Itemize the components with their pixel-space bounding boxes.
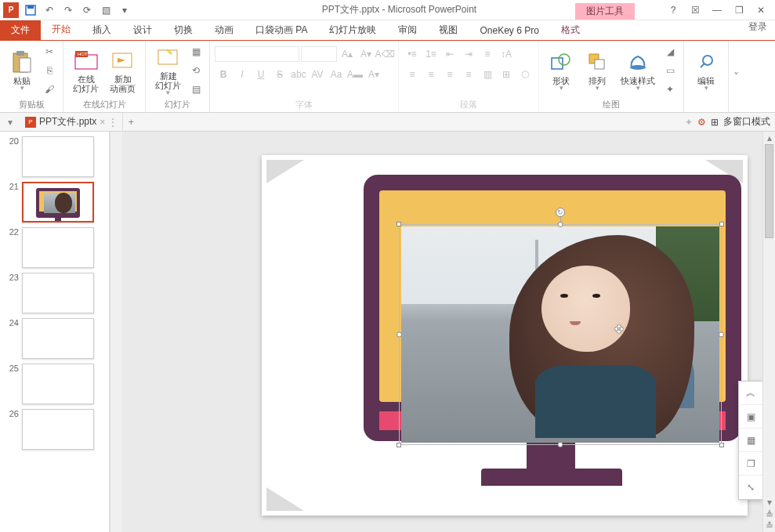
shape-fill-icon[interactable]: ◢ bbox=[661, 43, 679, 60]
thumb-scrollbar[interactable] bbox=[110, 132, 122, 532]
slide-thumb[interactable]: 24 bbox=[3, 318, 107, 359]
resize-handle[interactable] bbox=[397, 332, 402, 338]
shape-outline-icon[interactable]: ▭ bbox=[661, 62, 679, 79]
font-family-input[interactable] bbox=[215, 46, 299, 62]
minimize-icon[interactable]: ― bbox=[709, 2, 725, 18]
resize-handle[interactable] bbox=[397, 222, 401, 226]
pin-icon[interactable]: ✦ bbox=[685, 117, 693, 128]
align-center-icon[interactable]: ≡ bbox=[422, 66, 440, 83]
doc-tab[interactable]: P PPT文件.pptx × ⋮ bbox=[20, 113, 123, 131]
online-slides-button[interactable]: HOT 在线 幻灯片 bbox=[68, 46, 103, 95]
doc-list-icon[interactable]: ▾ bbox=[3, 115, 17, 129]
font-color-icon[interactable]: A▾ bbox=[365, 66, 382, 83]
layers-icon[interactable]: ❐ bbox=[739, 452, 762, 476]
reset-icon[interactable]: ⟲ bbox=[187, 62, 205, 79]
resize-handle[interactable] bbox=[558, 222, 563, 227]
font-size-input[interactable] bbox=[301, 46, 337, 62]
shrink-font-icon[interactable]: A▾ bbox=[357, 45, 375, 63]
justify-icon[interactable]: ≡ bbox=[460, 66, 477, 83]
line-spacing-icon[interactable]: ≡ bbox=[479, 45, 496, 63]
shadow-icon[interactable]: abc bbox=[290, 66, 307, 83]
cut-icon[interactable]: ✂ bbox=[41, 43, 58, 60]
close-tab-icon[interactable]: × bbox=[100, 117, 105, 128]
resize-handle[interactable] bbox=[558, 442, 563, 447]
resize-handle[interactable] bbox=[719, 222, 724, 226]
edit-button[interactable]: 编辑 ▾ bbox=[689, 48, 723, 93]
size-icon[interactable]: ⤡ bbox=[739, 476, 762, 499]
arrange-button[interactable]: 排列 ▾ bbox=[580, 48, 614, 93]
crop-icon[interactable]: ▣ bbox=[739, 405, 762, 429]
smartart-icon[interactable]: ⬡ bbox=[516, 66, 534, 83]
font-highlight-icon[interactable]: A▬ bbox=[346, 66, 364, 83]
section-icon[interactable]: ▤ bbox=[187, 81, 205, 98]
tab-format[interactable]: 格式 bbox=[550, 20, 591, 40]
text-dir-icon[interactable]: ↕A bbox=[498, 45, 515, 63]
canvas-scrollbar[interactable]: ▴ ▾ ≜ ≛ bbox=[762, 132, 775, 532]
format-painter-icon[interactable]: 🖌 bbox=[41, 81, 58, 98]
tab-transitions[interactable]: 切换 bbox=[163, 20, 204, 40]
grow-font-icon[interactable]: A▴ bbox=[339, 45, 356, 63]
multi-window-label[interactable]: 多窗口模式 bbox=[723, 115, 770, 128]
slide-canvas[interactable]: ↻ ✥ bbox=[262, 155, 748, 516]
expand-panel-icon[interactable]: ︽ bbox=[739, 382, 762, 405]
tab-pocket[interactable]: 口袋动画 PA bbox=[244, 20, 318, 40]
multi-window-icon[interactable]: ⊞ bbox=[711, 117, 719, 128]
collapse-ribbon-icon[interactable]: ˅ bbox=[729, 71, 744, 83]
start-show-icon[interactable]: ▧ bbox=[97, 2, 114, 19]
spacing-icon[interactable]: AV bbox=[309, 66, 326, 83]
layout-icon[interactable]: ▦ bbox=[187, 43, 205, 60]
redo-icon[interactable]: ↷ bbox=[60, 2, 77, 19]
tab-animations[interactable]: 动画 bbox=[204, 20, 244, 40]
slide-thumb[interactable]: 25 bbox=[3, 364, 107, 404]
save-icon[interactable] bbox=[22, 2, 39, 19]
paste-button[interactable]: 粘贴 ▾ bbox=[5, 48, 39, 93]
columns-icon[interactable]: ▥ bbox=[479, 66, 496, 83]
close-icon[interactable]: ✕ bbox=[753, 2, 769, 18]
align-obj-icon[interactable]: ⊞ bbox=[498, 66, 515, 83]
qat-more-icon[interactable]: ▾ bbox=[116, 2, 133, 19]
scroll-down-icon[interactable]: ▾ bbox=[763, 496, 775, 508]
indent-inc-icon[interactable]: ⇥ bbox=[460, 45, 477, 63]
copy-icon[interactable]: ⎘ bbox=[41, 62, 58, 79]
login-link[interactable]: 登录 bbox=[741, 20, 775, 40]
ribbon-display-icon[interactable]: ☒ bbox=[687, 2, 703, 18]
restore-icon[interactable]: ❐ bbox=[731, 2, 747, 18]
slide-thumb[interactable]: 22 bbox=[3, 227, 107, 268]
resize-handle[interactable] bbox=[397, 443, 401, 447]
scroll-thumb[interactable] bbox=[765, 144, 773, 238]
tab-onekey[interactable]: OneKey 6 Pro bbox=[469, 20, 549, 40]
italic-icon[interactable]: I bbox=[234, 66, 251, 83]
bold-icon[interactable]: B bbox=[215, 66, 232, 83]
align-right-icon[interactable]: ≡ bbox=[441, 66, 458, 83]
tab-home[interactable]: 开始 bbox=[41, 20, 81, 40]
quick-style-button[interactable]: 快速样式 ▾ bbox=[616, 48, 660, 93]
resize-handle[interactable] bbox=[719, 332, 724, 338]
new-slide-button[interactable]: 新建 幻灯片 ▾ bbox=[150, 43, 186, 98]
clear-format-icon[interactable]: A⌫ bbox=[376, 45, 393, 63]
tab-view[interactable]: 视图 bbox=[428, 20, 469, 40]
selection-frame[interactable]: ↻ bbox=[399, 224, 722, 445]
tab-insert[interactable]: 插入 bbox=[81, 20, 122, 40]
add-tab-icon[interactable]: + bbox=[123, 117, 139, 128]
slide-thumb[interactable]: 23 bbox=[3, 273, 107, 313]
case-icon[interactable]: Aa bbox=[328, 66, 345, 83]
strike-icon[interactable]: S bbox=[271, 66, 288, 83]
slide-thumb[interactable]: 21 bbox=[3, 182, 107, 223]
refresh-icon[interactable]: ⟳ bbox=[78, 2, 96, 19]
rotate-handle[interactable]: ↻ bbox=[556, 208, 565, 217]
numbering-icon[interactable]: 1≡ bbox=[422, 45, 440, 63]
layout-tool-icon[interactable]: ▦ bbox=[739, 429, 762, 452]
resize-handle[interactable] bbox=[719, 443, 724, 447]
new-anim-button[interactable]: 新加 动画页 bbox=[105, 46, 140, 95]
shapes-button[interactable]: 形状 ▾ bbox=[544, 48, 578, 93]
align-left-icon[interactable]: ≡ bbox=[404, 66, 421, 83]
tab-slideshow[interactable]: 幻灯片放映 bbox=[318, 20, 387, 40]
underline-icon[interactable]: U bbox=[252, 66, 270, 83]
tab-review[interactable]: 审阅 bbox=[387, 20, 428, 40]
next-slide-icon[interactable]: ≛ bbox=[763, 519, 775, 532]
indent-dec-icon[interactable]: ⇤ bbox=[441, 45, 458, 63]
tab-design[interactable]: 设计 bbox=[122, 20, 163, 40]
slide-thumb[interactable]: 26 bbox=[3, 409, 107, 450]
undo-icon[interactable]: ↶ bbox=[41, 2, 58, 19]
scroll-up-icon[interactable]: ▴ bbox=[763, 132, 775, 144]
